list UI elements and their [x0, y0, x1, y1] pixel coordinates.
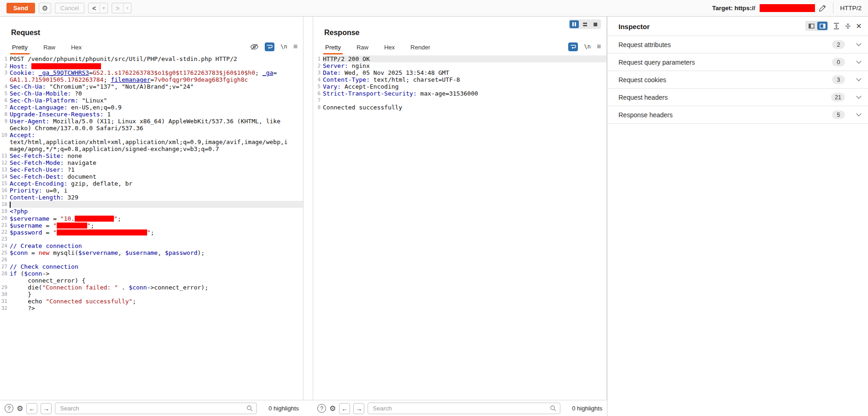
- tab-render[interactable]: Render: [410, 41, 431, 54]
- forward-button[interactable]: >: [112, 3, 123, 13]
- line-content[interactable]: $servername = "10.";: [10, 215, 303, 222]
- inspector-section-request-headers[interactable]: Request headers21: [607, 89, 868, 106]
- tab-pretty[interactable]: Pretty: [324, 41, 342, 54]
- code-line[interactable]: 21$username = "";: [0, 222, 303, 229]
- line-content[interactable]: Accept-Encoding: gzip, deflate, br: [10, 180, 303, 187]
- newline-characters-toggle[interactable]: \n: [584, 43, 590, 50]
- code-line[interactable]: 18: [0, 201, 303, 208]
- code-line[interactable]: 28if ($conn->: [0, 270, 303, 277]
- code-line[interactable]: 10Accept:: [0, 132, 303, 139]
- line-content[interactable]: [10, 235, 303, 242]
- code-line[interactable]: connect_error) {: [0, 277, 303, 284]
- chevron-down-icon[interactable]: [856, 41, 861, 46]
- help-icon[interactable]: ?: [317, 404, 326, 413]
- line-content[interactable]: Sec-Fetch-Mode: navigate: [10, 159, 303, 166]
- code-line[interactable]: 32 ?>: [0, 305, 303, 312]
- newline-characters-toggle[interactable]: \n: [280, 43, 287, 50]
- code-line[interactable]: 12Sec-Fetch-Mode: navigate: [0, 159, 303, 166]
- line-content[interactable]: die("Connection failed: " . $conn->conne…: [10, 284, 303, 291]
- line-content[interactable]: mage/apng,*/*;q=0.8,application/signed-e…: [10, 145, 303, 152]
- code-line[interactable]: 20$servername = "10.";: [0, 215, 303, 222]
- line-content[interactable]: echo "Connected successfully";: [10, 298, 303, 305]
- inspector-section-response-headers[interactable]: Response headers5: [607, 106, 868, 124]
- line-content[interactable]: Host:: [10, 62, 303, 69]
- line-content[interactable]: // Check connection: [10, 263, 303, 270]
- code-line[interactable]: 25$conn = new mysqli($servername, $usern…: [0, 249, 303, 256]
- code-line[interactable]: 17Content-Length: 329: [0, 194, 303, 201]
- code-line[interactable]: text/html,application/xhtml+xml,applicat…: [0, 139, 303, 145]
- chevron-down-icon[interactable]: [856, 76, 861, 81]
- back-button[interactable]: <: [89, 3, 100, 13]
- layout-columns-icon[interactable]: [570, 20, 579, 28]
- line-content[interactable]: Accept-Language: en-US,en;q=0.9: [10, 104, 303, 111]
- tab-raw[interactable]: Raw: [42, 41, 56, 54]
- edit-target-pencil-icon[interactable]: [819, 4, 826, 12]
- request-editor[interactable]: 1POST /vendor/phpunit/phpunit/src/Util/P…: [0, 55, 303, 400]
- back-history-dropdown[interactable]: ▾: [100, 3, 107, 13]
- code-line[interactable]: 26: [0, 256, 303, 263]
- help-icon[interactable]: ?: [5, 404, 13, 413]
- inspector-dock-left-icon[interactable]: [806, 22, 816, 30]
- layout-rows-icon[interactable]: [580, 20, 589, 28]
- line-content[interactable]: Upgrade-Insecure-Requests: 1: [10, 111, 303, 118]
- code-line[interactable]: 30 }: [0, 291, 303, 298]
- line-content[interactable]: Cookie: _ga_59QTCWHRS3=GS2.1.s1762263783…: [10, 69, 303, 76]
- line-content[interactable]: $conn = new mysqli($servername, $usernam…: [10, 249, 303, 256]
- line-content[interactable]: Accept:: [10, 132, 303, 139]
- code-line[interactable]: 5Sec-Ch-Ua-Mobile: ?0: [0, 90, 303, 97]
- tab-raw[interactable]: Raw: [356, 41, 369, 54]
- tab-hex[interactable]: Hex: [70, 41, 83, 54]
- send-button[interactable]: Send: [6, 3, 35, 13]
- line-content[interactable]: Priority: u=0, i: [10, 187, 303, 194]
- code-line[interactable]: 15Accept-Encoding: gzip, deflate, br: [0, 180, 303, 187]
- line-content[interactable]: Gecko) Chrome/137.0.0.0 Safari/537.36: [10, 125, 303, 132]
- line-content[interactable]: ?>: [10, 305, 303, 312]
- next-match-icon[interactable]: →: [353, 403, 364, 414]
- wrap-lines-icon[interactable]: [568, 42, 578, 51]
- chevron-down-icon[interactable]: [856, 58, 861, 63]
- line-content[interactable]: Sec-Fetch-Dest: document: [10, 173, 303, 180]
- code-line[interactable]: Gecko) Chrome/137.0.0.0 Safari/537.36: [0, 125, 303, 132]
- response-search-input[interactable]: [368, 403, 560, 414]
- line-content[interactable]: }: [10, 291, 303, 298]
- line-content[interactable]: User-Agent: Mozilla/5.0 (X11; Linux x86_…: [10, 118, 303, 125]
- code-line[interactable]: 4Sec-Ch-Ua: "Chromium";v="137", "Not/A)B…: [0, 83, 303, 90]
- inspector-section-request-query-parameters[interactable]: Request query parameters0: [607, 54, 868, 71]
- forward-history-dropdown[interactable]: ▾: [123, 3, 131, 13]
- eye-slash-icon[interactable]: [250, 43, 259, 50]
- line-content[interactable]: <?php: [10, 208, 303, 215]
- line-content[interactable]: Sec-Ch-Ua-Platform: "Linux": [10, 97, 303, 104]
- code-line[interactable]: 1POST /vendor/phpunit/phpunit/src/Util/P…: [0, 55, 303, 62]
- code-line[interactable]: 31 echo "Connected successfully";: [0, 298, 303, 305]
- tab-hex[interactable]: Hex: [383, 41, 396, 54]
- code-line[interactable]: 14Sec-Fetch-Dest: document: [0, 173, 303, 180]
- code-line[interactable]: 8Upgrade-Insecure-Requests: 1: [0, 111, 303, 118]
- code-line[interactable]: GA1.1.715901505.1762263784; filemanager=…: [0, 76, 303, 83]
- response-editor-menu-icon[interactable]: ≡: [597, 43, 601, 50]
- code-line[interactable]: 22$password = "";: [0, 229, 303, 235]
- request-search-input[interactable]: [55, 403, 257, 414]
- code-line[interactable]: 6Sec-Ch-Ua-Platform: "Linux": [0, 97, 303, 104]
- code-line[interactable]: mage/apng,*/*;q=0.8,application/signed-e…: [0, 145, 303, 152]
- code-line[interactable]: 7Accept-Language: en-US,en;q=0.9: [0, 104, 303, 111]
- code-line[interactable]: 19<?php: [0, 208, 303, 215]
- cancel-button[interactable]: Cancel: [55, 3, 84, 13]
- inspector-section-request-cookies[interactable]: Request cookies3: [607, 71, 868, 89]
- code-line[interactable]: 3Cookie: _ga_59QTCWHRS3=GS2.1.s176226378…: [0, 69, 303, 76]
- next-match-icon[interactable]: →: [41, 403, 52, 414]
- inspector-section-request-attributes[interactable]: Request attributes2: [607, 36, 868, 54]
- line-content[interactable]: POST /vendor/phpunit/phpunit/src/Util/PH…: [10, 55, 303, 62]
- chevron-down-icon[interactable]: [856, 111, 861, 116]
- code-line[interactable]: 11Sec-Fetch-Site: none: [0, 152, 303, 159]
- line-content[interactable]: [10, 201, 303, 208]
- line-content[interactable]: $password = "";: [10, 229, 303, 235]
- code-line[interactable]: 13Sec-Fetch-User: ?1: [0, 166, 303, 173]
- line-content[interactable]: [10, 256, 303, 263]
- tab-pretty[interactable]: Pretty: [11, 41, 29, 54]
- wrap-lines-icon[interactable]: [265, 42, 274, 51]
- search-settings-gear-icon[interactable]: ⚙: [329, 404, 336, 413]
- line-content[interactable]: connect_error) {: [10, 277, 303, 284]
- code-line[interactable]: 24// Create connection: [0, 242, 303, 249]
- send-settings-gear-icon[interactable]: ⚙: [39, 3, 51, 13]
- chevron-down-icon[interactable]: [856, 93, 861, 98]
